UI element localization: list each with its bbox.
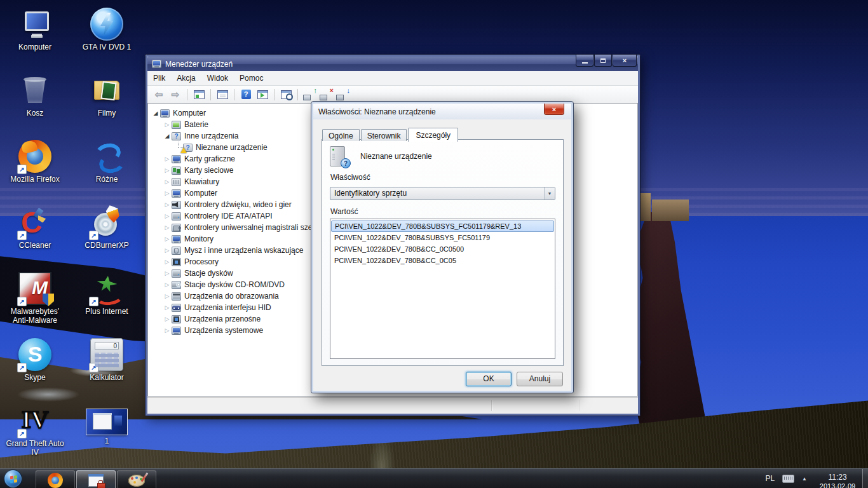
expand-toggle-icon[interactable]: ▷ [163,281,172,288]
expand-toggle-icon[interactable]: ▷ [163,316,172,322]
tab-szczegóły[interactable]: Szczegóły [408,128,458,142]
ccleaner-icon: C↗ [18,206,51,239]
desktop-icon-label: Kosz [4,109,65,118]
malwarebytes-icon: M↗ [18,272,51,305]
dialog-close-button[interactable]: × [544,104,564,115]
collapse-toggle-icon[interactable]: ◢ [163,133,172,139]
desktop-icon-skype[interactable]: S↗Skype [4,338,65,382]
menu-plik[interactable]: Plik [147,72,171,85]
menu-pomoc[interactable]: Pomoc [234,72,269,85]
language-indicator[interactable]: PL [765,474,775,483]
menu-akcja[interactable]: Akcja [171,72,201,85]
keyboard-icon[interactable] [782,475,794,483]
shortcut-arrow-icon: ↗ [17,297,27,306]
start-button[interactable] [4,470,22,488]
back-icon: ⇦ [155,90,163,99]
hardware-id-item[interactable]: PCI\VEN_1022&DEV_780B&CC_0C0500 [331,243,554,255]
device-name: Nieznane urządzenie [360,152,432,161]
desktop-icon-label: Plus Internet [76,307,137,316]
desktop-icon-grand-theft-auto-iv[interactable]: IV↗Grand Theft Auto IV [4,404,65,457]
expand-toggle-icon[interactable]: ▷ [163,259,172,265]
help-button[interactable]: ? [238,87,254,102]
expand-toggle-icon[interactable]: ▷ [163,270,172,276]
desktop-icon-label: 1 [76,437,137,445]
expand-toggle-icon[interactable]: ▷ [163,121,172,128]
desktop-icon-gta-iv-dvd-1[interactable]: GTA IV DVD 1 [76,8,137,51]
ok-button[interactable]: OK [466,372,512,386]
firefox-taskbar-button[interactable] [36,470,75,488]
details-tab-panel: ? Nieznane urządzenie Właściwość Identyf… [322,139,564,366]
minimize-button[interactable] [576,55,593,67]
maximize-button[interactable] [594,55,612,67]
gta-iv-icon: IV↗ [18,404,51,437]
expand-toggle-icon[interactable]: ▷ [163,327,172,334]
properties-button[interactable] [215,87,230,102]
paint-taskbar-button[interactable] [117,470,156,488]
desktop-icon-różne[interactable]: Różne [76,140,137,184]
forward-button[interactable]: ⇨ [168,87,183,102]
taskbar-clock[interactable]: 11:23 2013-02-09 [815,473,860,488]
hardware-id-item[interactable]: PCI\VEN_1022&DEV_780B&SUBSYS_FC501179&RE… [331,220,554,232]
menu-bar: PlikAkcjaWidokPomoc [147,71,638,86]
scan-changes-button[interactable]: ↓ [335,87,350,102]
hardware-id-item[interactable]: PCI\VEN_1022&DEV_780B&CC_0C05 [331,255,554,266]
close-button[interactable]: × [613,55,637,67]
tree-item-label: Komputer [173,109,206,118]
cancel-button[interactable]: Anuluj [517,372,563,386]
display-adapter-icon [172,155,181,163]
uninstall-device-button[interactable]: × [318,87,334,102]
hardware-id-item[interactable]: PCI\VEN_1022&DEV_780B&SUBSYS_FC501179 [331,232,554,243]
expand-toggle-icon[interactable]: ▷ [163,213,172,219]
expand-toggle-icon[interactable]: ▷ [163,236,172,242]
expand-toggle-icon[interactable]: ▷ [163,304,172,311]
menu-widok[interactable]: Widok [201,72,234,85]
update-driver-button[interactable]: ↑ [302,87,317,102]
scan-hardware-button[interactable] [278,87,294,102]
keyboard-icon [172,178,181,186]
forward-icon: ⇨ [172,90,180,99]
expand-toggle-icon[interactable]: ▷ [163,247,172,254]
device-manager-titlebar[interactable]: Menedżer urządzeń [147,57,638,71]
desktop-icon-filmy[interactable]: Filmy [76,74,137,118]
back-button[interactable]: ⇦ [151,87,166,102]
tree-item-label: Klawiatury [184,177,219,186]
firefox-icon [48,473,63,488]
expand-toggle-icon[interactable]: ▷ [163,190,172,196]
monitor-icon [172,235,181,243]
console-window-button[interactable] [191,87,207,102]
dialog-titlebar[interactable]: Właściwości: Nieznane urządzenie [313,104,571,119]
tab-ogólne[interactable]: Ogólne [322,129,360,141]
desktop-icon-kosz[interactable]: Kosz [4,74,65,118]
desktop-icon-ccleaner[interactable]: C↗CCleaner [4,206,65,250]
uninstall-device-overlay-icon: × [330,87,334,94]
expand-toggle-icon[interactable]: ▷ [163,201,172,208]
unknown-category-icon: ? [172,132,181,140]
expand-toggle-icon[interactable]: ▷ [163,179,172,185]
desktop-icon-mozilla-firefox[interactable]: ↗Mozilla Firefox [4,140,65,184]
computer-icon [160,109,170,118]
desktop-icon-malwarebytes-anti-malware[interactable]: M↗Malwarebytes' Anti-Malware [4,272,65,325]
tree-item-label: Stacje dysków [184,269,233,278]
show-desktop-button[interactable] [862,469,868,488]
combobox-dropdown-button[interactable]: ▼ [544,187,555,200]
tab-sterownik[interactable]: Sterownik [361,129,407,141]
desktop-icon-cdburnerxp[interactable]: ↗CDBurnerXP [76,206,137,250]
expand-toggle-icon[interactable]: ▷ [163,224,172,231]
desktop-icon-kalkulator[interactable]: 0↗Kalkulator [76,338,137,382]
desktop-icon-1[interactable]: 1 [76,404,137,445]
expand-toggle-icon[interactable]: ▷ [163,156,172,162]
expand-toggle-icon[interactable]: ▷ [163,167,172,173]
desktop-icon-plus-internet[interactable]: ↗Plus Internet [76,272,137,316]
show-window-button[interactable] [255,87,270,102]
malwarebytes-icon-glyph: M [32,277,48,299]
chevron-up-icon[interactable]: ▲ [802,476,807,482]
statusbar-separator [579,400,580,411]
property-combobox[interactable]: Identyfikatory sprzętu ▼ [330,187,555,200]
sync-arrows-icon [90,140,123,173]
desktop-icon-komputer[interactable]: Komputer [4,8,65,51]
system-tray: PL ▲ 11:23 2013-02-09 [765,469,860,488]
device-manager-taskbar-button[interactable] [76,470,116,488]
collapse-toggle-icon[interactable]: ◢ [151,110,160,116]
expand-toggle-icon[interactable]: ▷ [163,293,172,299]
desktop-icon-label: Filmy [76,109,137,118]
